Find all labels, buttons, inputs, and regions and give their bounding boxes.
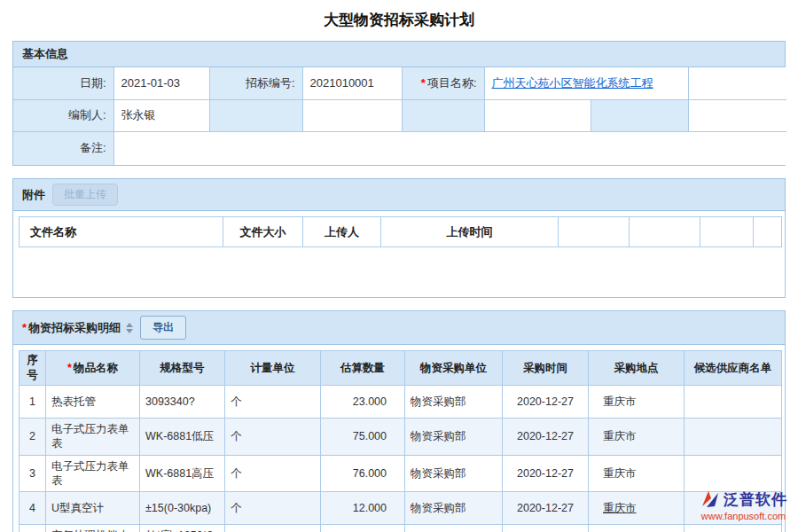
cell-purchase-date: 2020-12-27 (503, 386, 589, 419)
attachments-section-title: 附件 (22, 187, 45, 203)
attachments-header-bar: 附件 批量上传 (13, 179, 785, 211)
details-header-bar: *物资招标采购明细 导出 (13, 311, 785, 345)
batch-upload-button[interactable]: 批量上传 (52, 184, 118, 206)
empty-label-cell (402, 99, 484, 131)
attach-col-file-name: 文件名称 (20, 217, 223, 247)
detail-row-5[interactable]: 5 空气处理机挡水板 长*宽: 1850*360mm 块 78.000 物资采购… (20, 525, 782, 532)
cell-suppliers (685, 455, 782, 492)
cell-purchase-place: 重庆市 (589, 386, 685, 419)
cell-purchase-dept: 物资采购部 (405, 492, 503, 525)
attach-col-file-size: 文件大小 (223, 217, 303, 247)
detail-row-2[interactable]: 2 电子式压力表单表 WK-6881低压 个 75.000 物资采购部 2020… (20, 419, 782, 456)
cell-purchase-date: 2020-12-27 (503, 525, 589, 532)
col-qty: 估算数量 (321, 351, 405, 386)
cell-item-name: 电子式压力表单表 (46, 455, 140, 492)
col-purchase-place: 采购地点 (589, 351, 685, 386)
cell-purchase-dept: 物资采购部 (405, 386, 503, 419)
cell-item-name: 热表托管 (46, 386, 140, 419)
cell-purchase-place: 重庆市 (589, 455, 685, 492)
attach-col-empty (559, 217, 630, 247)
page: 大型物资招标采购计划 基本信息 日期: 2021-01-03 招标编号: 202… (0, 0, 798, 532)
cell-purchase-date: 2020-12-27 (503, 455, 589, 492)
basic-info-section-title: 基本信息 (22, 46, 68, 62)
remark-label: 备注: (13, 131, 113, 165)
cell-spec: 3093340? (140, 386, 225, 419)
purchase-place-link[interactable]: 重庆市 (603, 502, 637, 514)
project-label-text: 项目名称: (427, 76, 477, 90)
cell-qty: 78.000 (321, 525, 405, 532)
bid-no-label: 招标编号: (209, 67, 302, 99)
attach-col-upload-time: 上传时间 (381, 217, 559, 247)
cell-qty: 76.000 (321, 455, 405, 492)
empty-label-cell (209, 99, 302, 131)
col-item-name-text: 物品名称 (74, 362, 118, 374)
sort-icon[interactable] (126, 323, 133, 333)
project-required-mark: * (421, 76, 426, 90)
cell-qty: 12.000 (321, 492, 405, 525)
brand-name: 泛普软件 (724, 489, 787, 510)
cell-item-name: 空气处理机挡水板 (46, 525, 140, 532)
col-unit: 计量单位 (225, 351, 321, 386)
cell-qty: 23.000 (321, 386, 405, 419)
brand-watermark: 泛普软件 www.fanpusoft.com (700, 489, 787, 521)
cell-qty: 75.000 (321, 419, 405, 456)
cell-seq: 2 (20, 419, 46, 456)
col-spec: 规格型号 (140, 351, 225, 386)
details-table: 序号 *物品名称 规格型号 计量单位 估算数量 物资采购单位 采购时间 采购地点… (19, 350, 782, 532)
cell-unit: 个 (225, 492, 321, 525)
details-body: 序号 *物品名称 规格型号 计量单位 估算数量 物资采购单位 采购时间 采购地点… (13, 345, 785, 532)
attachments-body: 文件名称 文件大小 上传人 上传时间 (13, 211, 785, 297)
attach-col-empty (630, 217, 700, 247)
empty-label-cell (591, 99, 688, 131)
cell-purchase-place: 重庆市 (589, 492, 685, 525)
date-label: 日期: (13, 67, 113, 99)
date-value: 2021-01-03 (113, 67, 209, 99)
cell-purchase-place: 重庆市 (589, 419, 685, 456)
cell-spec: ±15(0-30kpa) (140, 492, 225, 525)
attachments-panel: 附件 批量上传 文件名称 文件大小 上传人 上传时间 (12, 178, 786, 298)
cell-item-name: U型真空计 (46, 492, 140, 525)
cell-seq: 1 (20, 386, 46, 419)
project-name-cell: 广州天心苑小区智能化系统工程 (484, 67, 688, 99)
page-title: 大型物资招标采购计划 (0, 0, 798, 41)
cell-suppliers (685, 419, 782, 456)
details-title-text: 物资招标采购明细 (28, 321, 121, 334)
attach-col-empty (700, 217, 754, 247)
empty-cell (688, 67, 786, 99)
form-row-remark: 备注: (13, 131, 786, 165)
form-row-date: 日期: 2021-01-03 招标编号: 2021010001 *项目名称: 广… (13, 67, 786, 99)
cell-purchase-dept: 物资采购部 (405, 525, 503, 532)
cell-spec: WK-6881高压 (140, 455, 225, 492)
brand-logo-row: 泛普软件 (700, 489, 787, 510)
cell-seq: 5 (20, 525, 46, 532)
cell-purchase-dept: 物资采购部 (405, 455, 503, 492)
details-section-title: *物资招标采购明细 (22, 320, 121, 336)
creator-label: 编制人: (13, 99, 113, 131)
cell-suppliers (685, 525, 782, 532)
detail-row-4[interactable]: 4 U型真空计 ±15(0-30kpa) 个 12.000 物资采购部 2020… (20, 492, 782, 525)
cell-purchase-date: 2020-12-27 (503, 419, 589, 456)
attachments-header-row: 文件名称 文件大小 上传人 上传时间 (20, 217, 782, 247)
cell-unit: 个 (225, 455, 321, 492)
attach-col-empty (754, 217, 782, 247)
basic-info-header-bar: 基本信息 (13, 42, 785, 67)
attachments-empty-area (19, 247, 779, 292)
cell-purchase-dept: 物资采购部 (405, 419, 503, 456)
detail-row-1[interactable]: 1 热表托管 3093340? 个 23.000 物资采购部 2020-12-2… (20, 386, 782, 419)
item-name-required-mark: * (67, 362, 72, 374)
attachments-table: 文件名称 文件大小 上传人 上传时间 (19, 216, 782, 247)
detail-row-3[interactable]: 3 电子式压力表单表 WK-6881高压 个 76.000 物资采购部 2020… (20, 455, 782, 492)
cell-item-name: 电子式压力表单表 (46, 419, 140, 456)
form-row-creator: 编制人: 张永银 (13, 99, 786, 131)
col-seq: 序号 (20, 351, 46, 386)
export-button[interactable]: 导出 (140, 316, 186, 340)
brand-url: www.fanpusoft.com (701, 511, 786, 521)
cell-spec: WK-6881低压 (140, 419, 225, 456)
cell-unit: 个 (225, 386, 321, 419)
attach-col-uploader: 上传人 (303, 217, 381, 247)
project-name-link[interactable]: 广州天心苑小区智能化系统工程 (492, 76, 653, 90)
cell-seq: 3 (20, 455, 46, 492)
empty-cell (484, 99, 591, 131)
col-purchase-dept: 物资采购单位 (405, 351, 503, 386)
basic-info-form: 日期: 2021-01-03 招标编号: 2021010001 *项目名称: 广… (13, 67, 786, 165)
